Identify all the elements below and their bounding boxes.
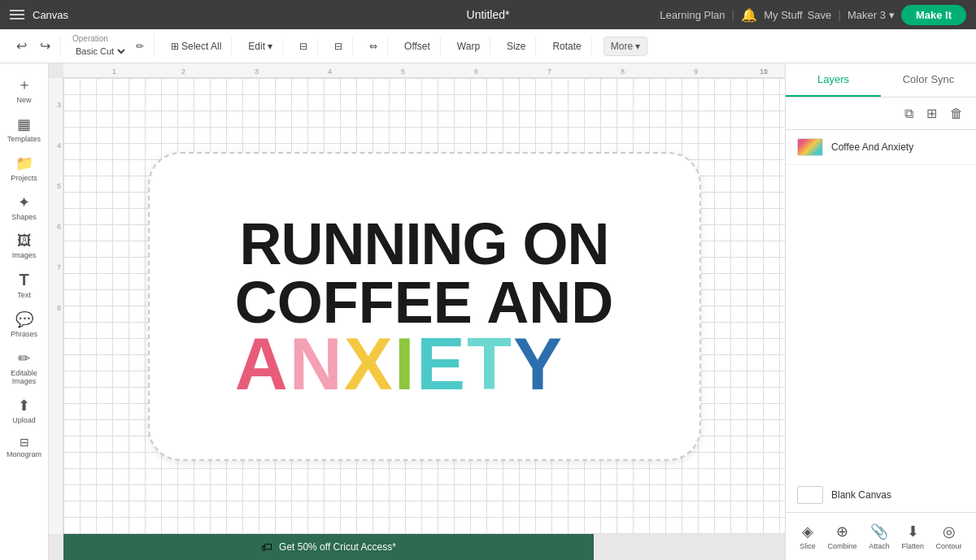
anxiety-text: A N X I E T Y bbox=[235, 332, 613, 397]
letter-e: E bbox=[416, 332, 465, 397]
projects-icon: 📁 bbox=[15, 154, 33, 172]
pen-tool-button[interactable]: ✏ bbox=[131, 37, 149, 55]
blank-canvas-thumbnail bbox=[797, 486, 823, 504]
attach-button[interactable]: 📎 Attach bbox=[864, 519, 895, 553]
size-group: Size bbox=[497, 37, 536, 55]
letter-n: N bbox=[290, 332, 342, 397]
templates-icon: ▦ bbox=[17, 115, 31, 133]
save-link[interactable]: Save bbox=[808, 9, 832, 21]
sidebar-label-templates: Templates bbox=[7, 135, 41, 143]
panel-tabs: Layers Color Sync bbox=[786, 63, 976, 98]
rotate-button[interactable]: Rotate bbox=[547, 37, 586, 55]
sidebar-item-monogram[interactable]: ⊟ Monogram bbox=[3, 431, 46, 463]
size-button[interactable]: Size bbox=[502, 37, 530, 55]
blank-canvas-item[interactable]: Blank Canvas bbox=[786, 478, 976, 512]
panel-copy-button[interactable]: ⧉ bbox=[901, 103, 917, 124]
nav-center: Untitled* bbox=[467, 7, 510, 22]
offset-group: Offset bbox=[394, 37, 441, 55]
sidebar-label-new: New bbox=[16, 96, 31, 104]
combine-button[interactable]: ⊕ Combine bbox=[823, 519, 862, 553]
design-text-group: RUNNING ON COFFEE AND A N X I E T Y bbox=[235, 215, 613, 397]
sidebar-item-new[interactable]: ＋ New bbox=[3, 70, 46, 109]
align-button[interactable]: ⊟ bbox=[294, 37, 312, 55]
panel-group-button[interactable]: ⊞ bbox=[923, 102, 940, 124]
sidebar-label-projects: Projects bbox=[11, 174, 37, 182]
combine-label: Combine bbox=[828, 542, 857, 550]
layer-name: Coffee And Anxiety bbox=[831, 141, 913, 153]
coffee-and-text: COFFEE AND bbox=[235, 273, 613, 332]
sidebar-item-upload[interactable]: ⬆ Upload bbox=[3, 392, 46, 429]
bell-icon[interactable]: 🔔 bbox=[741, 7, 757, 23]
tab-layers[interactable]: Layers bbox=[786, 63, 881, 97]
layer-thumbnail bbox=[797, 138, 823, 156]
promo-banner[interactable]: 🏷 Get 50% off Cricut Access* bbox=[63, 534, 594, 560]
slice-button[interactable]: ◈ Slice bbox=[795, 519, 821, 553]
edit-button[interactable]: Edit ▾ bbox=[243, 37, 277, 55]
sidebar-item-templates[interactable]: ▦ Templates bbox=[3, 111, 46, 148]
sidebar-item-shapes[interactable]: ✦ Shapes bbox=[3, 189, 46, 226]
sticker-design[interactable]: RUNNING ON COFFEE AND A N X I E T Y bbox=[148, 152, 701, 461]
maker-label: Maker 3 bbox=[847, 9, 886, 21]
my-stuff-link[interactable]: My Stuff bbox=[764, 9, 802, 21]
copy-icon: ⧉ bbox=[904, 106, 913, 120]
editable-images-icon: ✏ bbox=[18, 349, 30, 367]
warp-label: Warp bbox=[457, 41, 480, 52]
sidebar-item-projects[interactable]: 📁 Projects bbox=[3, 150, 46, 187]
flatten-button[interactable]: ⬇ Flatten bbox=[896, 519, 929, 553]
more-button[interactable]: More ▾ bbox=[603, 37, 648, 56]
undo-icon: ↩ bbox=[16, 38, 27, 54]
sidebar-label-editable-images: Editable Images bbox=[7, 369, 42, 385]
sidebar-item-editable-images[interactable]: ✏ Editable Images bbox=[3, 345, 46, 390]
contour-button[interactable]: ◎ Contour bbox=[931, 519, 967, 553]
letter-x: X bbox=[344, 332, 393, 397]
redo-icon: ↪ bbox=[40, 38, 50, 54]
flip-button[interactable]: ⇔ bbox=[364, 37, 382, 55]
align-icon: ⊟ bbox=[299, 41, 307, 52]
history-group: ↩ ↪ bbox=[7, 35, 61, 57]
select-all-button[interactable]: ⊞ Select All bbox=[166, 37, 226, 55]
top-navbar: Canvas Untitled* Learning Plan | 🔔 My St… bbox=[0, 0, 976, 29]
new-icon: ＋ bbox=[17, 75, 32, 94]
sidebar-label-monogram: Monogram bbox=[7, 450, 41, 458]
rotate-label: Rotate bbox=[552, 41, 581, 52]
undo-button[interactable]: ↩ bbox=[11, 35, 32, 57]
promo-icon: 🏷 bbox=[261, 540, 272, 553]
pen-icon: ✏ bbox=[136, 41, 144, 52]
ruler-left: 3 4 5 6 7 8 bbox=[49, 78, 63, 534]
arrange-button[interactable]: ⊟ bbox=[329, 37, 347, 55]
design-container[interactable]: RUNNING ON COFFEE AND A N X I E T Y bbox=[148, 152, 701, 461]
nav-left: Canvas bbox=[10, 9, 68, 21]
sidebar-label-phrases: Phrases bbox=[11, 330, 37, 338]
redo-button[interactable]: ↪ bbox=[35, 35, 55, 57]
layer-coffee-anxiety[interactable]: Coffee And Anxiety bbox=[786, 130, 976, 165]
sidebar-label-shapes: Shapes bbox=[11, 213, 37, 221]
menu-icon[interactable] bbox=[10, 10, 24, 20]
operation-label: Operation bbox=[72, 34, 128, 43]
canvas-area[interactable]: 1 2 3 4 5 6 7 8 9 10 11 3 4 5 6 7 8 RUNN… bbox=[49, 63, 785, 560]
edit-chevron-icon: ▾ bbox=[268, 41, 272, 52]
canvas-grid[interactable]: RUNNING ON COFFEE AND A N X I E T Y bbox=[63, 78, 785, 534]
letter-i: I bbox=[394, 332, 415, 397]
sidebar-item-images[interactable]: 🖼 Images bbox=[3, 228, 46, 264]
tab-color-sync[interactable]: Color Sync bbox=[881, 63, 976, 97]
sidebar-label-text: Text bbox=[17, 291, 31, 299]
select-all-label: Select All bbox=[181, 41, 221, 52]
toolbar: ↩ ↪ Operation Basic Cut ✏ ⊞ Select All E… bbox=[0, 29, 976, 63]
shapes-icon: ✦ bbox=[18, 193, 30, 211]
sidebar-item-phrases[interactable]: 💬 Phrases bbox=[3, 306, 46, 343]
sidebar-item-text[interactable]: T Text bbox=[3, 266, 46, 304]
file-title[interactable]: Untitled* bbox=[467, 8, 510, 21]
warp-button[interactable]: Warp bbox=[452, 37, 485, 55]
flatten-label: Flatten bbox=[901, 542, 924, 550]
offset-button[interactable]: Offset bbox=[399, 37, 435, 55]
contour-label: Contour bbox=[936, 542, 962, 550]
size-label: Size bbox=[507, 41, 525, 52]
panel-delete-button[interactable]: 🗑 bbox=[947, 103, 966, 124]
learning-plan-link[interactable]: Learning Plan bbox=[660, 9, 725, 21]
maker-selector[interactable]: Maker 3 ▾ bbox=[847, 9, 895, 21]
nav-right: Learning Plan | 🔔 My Stuff Save | Maker … bbox=[660, 5, 966, 25]
blank-canvas-label: Blank Canvas bbox=[831, 489, 891, 501]
make-it-button[interactable]: Make It bbox=[901, 5, 966, 25]
operation-group: Operation Basic Cut ✏ bbox=[68, 34, 155, 58]
operation-select[interactable]: Basic Cut bbox=[72, 46, 128, 57]
